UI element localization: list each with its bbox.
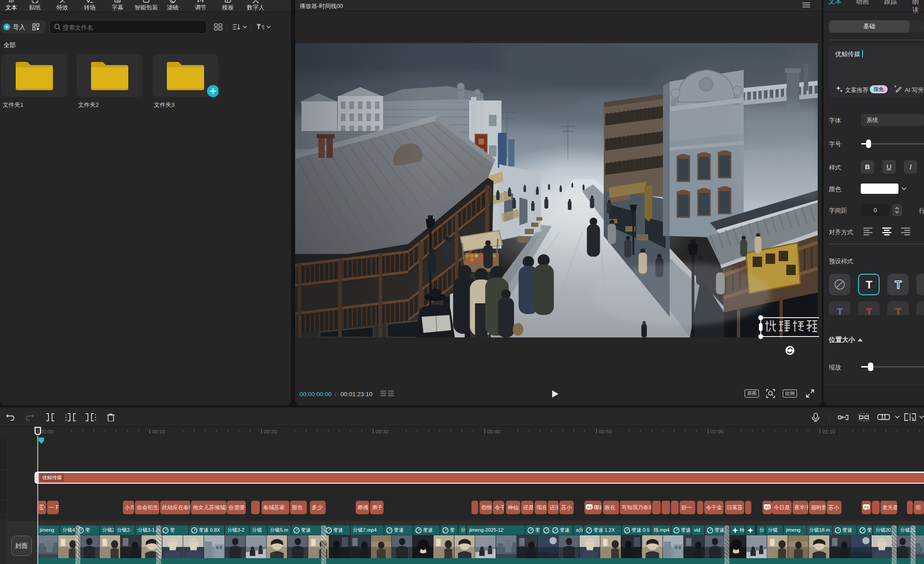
- svg-text:Aa: Aa: [587, 505, 592, 509]
- svg-text:00:00: 00:00: [40, 429, 53, 434]
- svg-text:T: T: [866, 279, 872, 291]
- svg-text:00:20: 00:20: [264, 429, 277, 434]
- svg-text:T: T: [895, 279, 902, 291]
- svg-text:Aa: Aa: [765, 505, 770, 509]
- svg-text:00:50: 00:50: [599, 429, 612, 434]
- svg-text:00:30: 00:30: [375, 429, 388, 434]
- svg-text:00:40: 00:40: [487, 429, 500, 434]
- svg-text:00:10: 00:10: [152, 429, 165, 434]
- svg-text:Aa: Aa: [864, 505, 869, 509]
- svg-text:01:00: 01:00: [710, 429, 724, 434]
- svg-text:01:10: 01:10: [822, 429, 835, 434]
